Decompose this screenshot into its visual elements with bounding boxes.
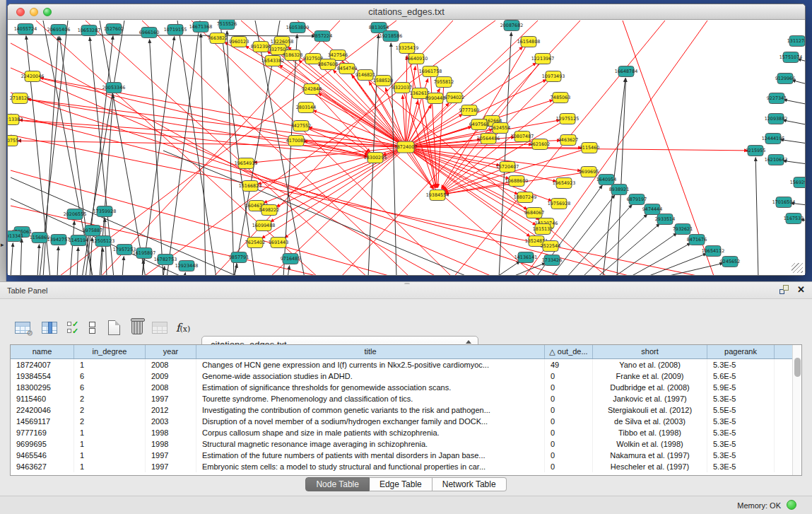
graph-node[interactable]: 19384554 <box>426 190 449 201</box>
table-scrollbar[interactable] <box>792 345 801 475</box>
graph-node[interactable]: 7625402 <box>245 238 265 248</box>
graph-node[interactable]: 10654112 <box>702 246 725 257</box>
graph-node[interactable]: 6794022 <box>445 93 464 103</box>
show-column-icon[interactable] <box>40 317 59 337</box>
graph-node[interactable]: 16648784 <box>615 66 638 77</box>
graph-edge[interactable] <box>406 147 433 189</box>
graph-node[interactable]: 16195807 <box>133 248 156 259</box>
graph-edge[interactable] <box>11 119 368 157</box>
graph-node[interactable]: 20206555 <box>64 209 87 220</box>
table-row[interactable]: 1872400712008Changes of HCN gene express… <box>11 359 801 370</box>
citation-graph[interactable]: 14055724 20691406 10653287 1527602 69661… <box>8 20 805 275</box>
select-all-icon[interactable]: ✓✓ <box>63 317 83 337</box>
graph-node[interactable]: 9115460 <box>579 143 599 153</box>
graph-node[interactable]: 9215955 <box>746 146 765 156</box>
window-resize-grip[interactable] <box>792 263 803 273</box>
graph-node[interactable]: 3913341 <box>8 231 23 242</box>
graph-edge[interactable] <box>11 243 13 275</box>
graph-node[interactable]: 14671368 <box>189 22 213 33</box>
column-header-in_degree[interactable]: in_degree <box>74 345 146 358</box>
graph-node[interactable]: 7857224 <box>312 31 332 42</box>
graph-node[interactable]: 13942757 <box>47 235 71 245</box>
graph-node[interactable]: 8990448 <box>425 93 445 104</box>
graph-node[interactable]: 8186328 <box>283 50 302 61</box>
graph-node[interactable]: 8471676 <box>687 235 707 245</box>
graph-node[interactable]: 1588520 <box>373 76 393 86</box>
graph-edge[interactable] <box>177 21 216 275</box>
graph-node[interactable]: 16154808 <box>517 37 541 47</box>
graph-node[interactable]: 20087682 <box>500 21 524 31</box>
graph-node[interactable]: 10807487 <box>511 132 534 142</box>
graph-edge[interactable] <box>406 66 416 147</box>
graph-node[interactable]: 12444195 <box>762 134 785 144</box>
graph-edge[interactable] <box>288 265 290 275</box>
graph-node[interactable]: 9621602 <box>530 139 550 150</box>
network-view-window[interactable]: citations_edges.txt 14055724 20691406 10… <box>7 4 806 276</box>
graph-node[interactable]: 17016504 <box>772 197 796 208</box>
graph-node[interactable]: 1311278 <box>787 36 805 47</box>
scrollbar-thumb[interactable] <box>794 358 801 377</box>
graph-node[interactable]: 7955812 <box>434 77 454 88</box>
graph-edge[interactable] <box>227 30 234 275</box>
import-table-icon[interactable] <box>150 317 170 337</box>
table-row[interactable]: 1830029562008Estimation of significance … <box>11 382 801 393</box>
graph-node[interactable]: 2933514 <box>655 214 675 225</box>
graph-node[interactable]: 6966160 <box>139 28 159 38</box>
graph-edge[interactable] <box>306 107 369 153</box>
graph-node[interactable]: 12923448 <box>175 261 199 271</box>
graph-node[interactable]: 12213383 <box>8 115 23 125</box>
graph-edge[interactable] <box>499 32 512 275</box>
graph-node[interactable]: 18724007 <box>394 141 418 153</box>
graph-edge[interactable] <box>20 238 22 275</box>
graph-node[interactable]: 5498222 <box>259 205 279 216</box>
graph-edge[interactable] <box>617 78 626 275</box>
graph-edge[interactable] <box>37 244 40 275</box>
graph-node[interactable]: 1167533 <box>784 214 804 224</box>
graph-edge[interactable] <box>122 256 124 275</box>
graph-node[interactable]: 1145194 <box>69 235 88 246</box>
graph-node[interactable]: 16961758 <box>419 66 442 77</box>
column-header-title[interactable]: title <box>196 345 545 358</box>
graph-node[interactable]: 16099488 <box>252 221 276 231</box>
new-table-icon[interactable] <box>104 317 124 337</box>
network-canvas[interactable]: 14055724 20691406 10653287 1527602 69661… <box>8 20 805 275</box>
delete-table-icon[interactable] <box>127 317 147 337</box>
column-header-year[interactable]: year <box>146 345 196 358</box>
graph-node[interactable]: 1815132 <box>533 224 553 235</box>
graph-node[interactable]: 2803144 <box>296 103 316 113</box>
float-panel-icon[interactable] <box>779 285 789 294</box>
graph-edge[interactable] <box>184 272 185 275</box>
graph-edge[interactable] <box>201 33 206 275</box>
graph-node[interactable]: 4170081 <box>286 136 306 146</box>
graph-node[interactable]: 9960123 <box>229 37 249 47</box>
graph-node[interactable]: 1624554 <box>490 123 510 134</box>
graph-node[interactable]: 9474444 <box>642 204 662 215</box>
memory-indicator[interactable] <box>787 500 796 510</box>
graph-node[interactable]: 7932621 <box>673 224 693 235</box>
graph-edge[interactable] <box>163 266 165 275</box>
graph-node[interactable]: 10653287 <box>78 25 101 36</box>
graph-node[interactable]: 14055724 <box>14 24 37 35</box>
graph-node[interactable]: 7515526 <box>217 20 237 30</box>
graph-node[interactable]: 1733426 <box>542 255 562 266</box>
graph-node[interactable]: 8454749 <box>337 64 357 74</box>
table-row[interactable]: 1456911722003Disruption of a novel membe… <box>11 416 801 427</box>
graph-node[interactable]: 15751074 <box>779 52 803 63</box>
graph-node[interactable]: 19756928 <box>548 199 571 209</box>
graph-node[interactable]: 16543382 <box>261 56 285 66</box>
graph-node[interactable]: 9463627 <box>558 135 578 146</box>
table-mode-icon[interactable]: ⚙ <box>13 317 33 337</box>
graph-node[interactable]: 10719155 <box>164 25 187 35</box>
graph-node[interactable]: 9245652 <box>720 257 740 267</box>
table-row[interactable]: 977716911998Corpus callosum shape and si… <box>11 427 801 438</box>
graph-edge[interactable] <box>755 157 758 275</box>
graph-node[interactable]: 1527602 <box>104 24 124 35</box>
table-row[interactable]: 969969511998Structural magnetic resonanc… <box>11 438 801 450</box>
graph-node[interactable]: 7485063 <box>551 93 570 103</box>
graph-node[interactable]: 2718126 <box>10 93 30 104</box>
table-row[interactable]: 911546021997Tourette syndrome. Phenomeno… <box>11 393 801 404</box>
graph-edge[interactable] <box>57 246 59 275</box>
graph-node[interactable]: 16210643 <box>765 155 788 165</box>
graph-node[interactable]: 9242844 <box>302 84 322 95</box>
graph-node[interactable]: 2522544 <box>541 241 560 252</box>
